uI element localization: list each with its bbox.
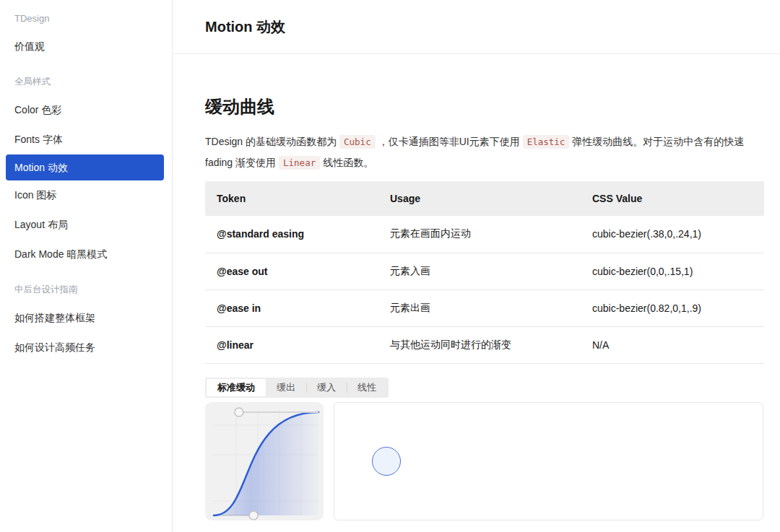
usage-cell: 元素入画 bbox=[378, 253, 581, 289]
sidebar-item-color[interactable]: Color 色彩 bbox=[0, 95, 172, 125]
intro-text: ，仅卡通插图等非UI元素下使用 bbox=[378, 136, 520, 147]
usage-cell: 与其他运动同时进行的渐变 bbox=[378, 326, 581, 363]
usage-cell: 元素在画面内运动 bbox=[378, 216, 581, 253]
tab-standard-easing[interactable]: 标准缓动 bbox=[207, 379, 266, 396]
curve-handle-top[interactable] bbox=[235, 408, 243, 417]
sidebar: TDesign 价值观 全局样式 Color 色彩 Fonts 字体 Motio… bbox=[0, 0, 173, 532]
section-label-global-styles: 全局样式 bbox=[0, 69, 172, 95]
content: 缓动曲线 TDesign 的基础缓动函数都为Cubic，仅卡通插图等非UI元素下… bbox=[173, 95, 780, 520]
intro-text: TDesign 的基础缓动函数都为 bbox=[205, 136, 337, 147]
easing-tabs: 标准缓动 缓出 缓入 线性 bbox=[205, 378, 389, 398]
token-cell: @ease in bbox=[205, 289, 378, 326]
sidebar-item-dark-mode[interactable]: Dark Mode 暗黑模式 bbox=[0, 240, 172, 269]
table-row: @ease in 元素出画 cubic-bezier(0.82,0,1,.9) bbox=[205, 289, 764, 326]
token-cell: @standard easing bbox=[205, 216, 378, 253]
sidebar-item-values[interactable]: 价值观 bbox=[0, 32, 172, 61]
table-row: @ease out 元素入画 cubic-bezier(0,0,.15,1) bbox=[205, 253, 764, 289]
curve-handle-bottom[interactable] bbox=[249, 511, 258, 520]
table-header-css-value: CSS Value bbox=[581, 181, 764, 216]
table-row: @standard easing 元素在画面内运动 cubic-bezier(.… bbox=[205, 216, 764, 253]
inline-code-cubic: Cubic bbox=[339, 135, 376, 149]
page-header: Motion 动效 bbox=[173, 0, 780, 54]
easing-curve-graph bbox=[205, 402, 324, 520]
demo-ball bbox=[372, 447, 401, 476]
sidebar-brand: TDesign bbox=[0, 0, 172, 32]
tab-ease-out[interactable]: 缓出 bbox=[266, 379, 306, 396]
section-heading: 缓动曲线 bbox=[205, 95, 763, 118]
css-value-cell: cubic-bezier(0.82,0,1,.9) bbox=[581, 289, 764, 326]
inline-code-linear: Linear bbox=[279, 156, 320, 170]
tab-linear[interactable]: 线性 bbox=[347, 379, 387, 396]
token-cell: @ease out bbox=[205, 253, 378, 289]
easing-table: Token Usage CSS Value @standard easing 元… bbox=[205, 181, 764, 364]
sidebar-item-framework[interactable]: 如何搭建整体框架 bbox=[0, 303, 172, 333]
token-cell: @linear bbox=[205, 326, 378, 363]
main-area: Motion 动效 缓动曲线 TDesign 的基础缓动函数都为Cubic，仅卡… bbox=[173, 0, 780, 520]
easing-curve-card bbox=[205, 402, 324, 520]
css-value-cell: cubic-bezier(.38,0,.24,1) bbox=[581, 216, 764, 253]
motion-demo-stage bbox=[334, 402, 763, 520]
page-title: Motion 动效 bbox=[205, 17, 285, 37]
table-header-token: Token bbox=[205, 181, 378, 216]
inline-code-elastic: Elastic bbox=[523, 135, 570, 149]
table-header-row: Token Usage CSS Value bbox=[205, 181, 764, 216]
intro-text: 线性函数。 bbox=[323, 157, 373, 168]
easing-demo-row bbox=[205, 402, 763, 520]
curve-fill-area bbox=[214, 412, 318, 515]
sidebar-item-icon[interactable]: Icon 图标 bbox=[0, 180, 172, 210]
css-value-cell: cubic-bezier(0,0,.15,1) bbox=[581, 253, 764, 289]
table-row: @linear 与其他运动同时进行的渐变 N/A bbox=[205, 326, 764, 363]
sidebar-item-motion[interactable]: Motion 动效 bbox=[6, 154, 164, 180]
css-value-cell: N/A bbox=[581, 326, 764, 363]
section-label-admin-guide: 中后台设计指南 bbox=[0, 276, 172, 303]
sidebar-item-tasks[interactable]: 如何设计高频任务 bbox=[0, 333, 172, 362]
usage-cell: 元素出画 bbox=[378, 289, 581, 326]
sidebar-item-fonts[interactable]: Fonts 字体 bbox=[0, 125, 172, 154]
sidebar-item-layout[interactable]: Layout 布局 bbox=[0, 210, 172, 240]
tab-ease-in[interactable]: 缓入 bbox=[306, 379, 347, 396]
table-header-usage: Usage bbox=[378, 181, 581, 216]
intro-paragraph: TDesign 的基础缓动函数都为Cubic，仅卡通插图等非UI元素下使用Ela… bbox=[205, 131, 764, 173]
